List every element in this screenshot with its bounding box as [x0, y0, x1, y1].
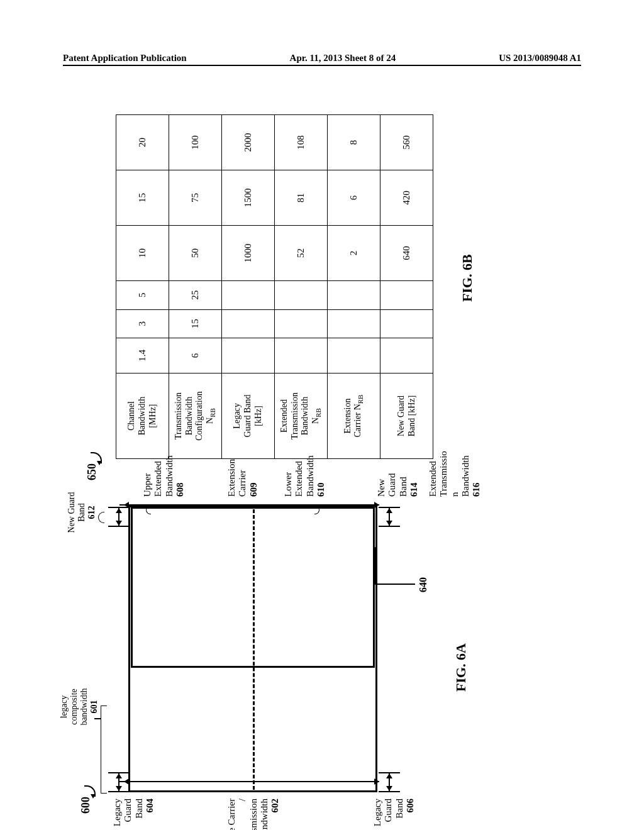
table-cell [222, 309, 275, 338]
legacy-guard-bot-lbl: Legacy Guard Band 606 [372, 799, 416, 826]
table-cell: 1000 [222, 226, 275, 281]
table-cell: 6 [328, 170, 380, 226]
table-cell: 3 [116, 309, 169, 338]
table-cell: 50 [169, 226, 222, 281]
base-carrier-lbl: Base Carrier / Transmission Bandwidth 60… [226, 799, 280, 830]
table-cell [328, 309, 380, 338]
table-cell: 1.4 [116, 338, 169, 373]
table-cell: 8 [328, 115, 380, 170]
bandwidth-table: ChannelBandwidth[MHz]1.435101520Transmis… [116, 114, 433, 459]
table-cell [328, 338, 380, 373]
rotated-content: 600 legacy composite bandwidth 601 New G… [82, 94, 560, 811]
table-cell [275, 281, 328, 309]
page-header: Patent Application Publication Apr. 11, … [63, 53, 581, 66]
table-row-header: ChannelBandwidth[MHz] [116, 374, 169, 459]
table-row-header: New GuardBand [kHz] [380, 374, 433, 459]
table-row-header: ExtensionCarrier NRB [328, 374, 380, 459]
table-row-header: ExtendedTransmissionBandwidthNRB [275, 374, 328, 459]
table-row-header: LegacyGuard Band[kHz] [222, 374, 275, 459]
lower-ext-bw-lbl: Lower Extended Bandwidth 610 [283, 455, 326, 497]
figure-6b: 650 ChannelBandwidth[MHz]1.435101520Tran… [82, 113, 516, 459]
table-cell: 420 [380, 170, 433, 226]
refnum-600: 600 [78, 785, 92, 814]
table-cell: 75 [169, 170, 222, 226]
fig-6b-caption: FIG. 6B [459, 254, 475, 302]
table-cell: 10 [116, 226, 169, 281]
table-cell: 20 [116, 115, 169, 170]
table-cell [222, 281, 275, 309]
table-cell: 6 [169, 338, 222, 373]
table-cell: 52 [275, 226, 328, 281]
table-cell: 2 [328, 226, 380, 281]
table-cell: 15 [169, 309, 222, 338]
new-guard-bot-lbl: New Guard Band 614 [376, 473, 419, 497]
hdr-right: US 2013/0089048 A1 [499, 53, 581, 64]
table-cell: 640 [380, 226, 433, 281]
table-cell: 108 [275, 115, 328, 170]
table-cell: 15 [116, 170, 169, 226]
table-cell: 100 [169, 115, 222, 170]
table-cell: 2000 [222, 115, 275, 170]
center-dashed-line [253, 509, 255, 790]
ref-640-leader: 640 [375, 584, 415, 585]
table-cell: 560 [380, 115, 433, 170]
table-cell [328, 281, 380, 309]
table-cell [275, 309, 328, 338]
table-cell [380, 309, 433, 338]
table-cell: 25 [169, 281, 222, 309]
table-cell: 81 [275, 170, 328, 226]
upper-ext-bw-lbl: Upper Extended Bandwidth 608 [142, 455, 186, 497]
figure-6a: 600 legacy composite bandwidth 601 New G… [82, 484, 491, 811]
table-cell [380, 281, 433, 309]
fig-6a-caption: FIG. 6A [453, 643, 469, 692]
table-cell: 1500 [222, 170, 275, 226]
new-guard-top-arrow [109, 507, 128, 527]
refnum-650: 650 [84, 452, 99, 480]
legacy-guard-top-lbl: Legacy Guard Band 604 [112, 799, 155, 826]
hdr-left: Patent Application Publication [63, 53, 187, 64]
table-row-header: TransmissionBandwidthConfigurationNRB [169, 374, 222, 459]
extension-carrier-lbl: Extension Carrier 609 [226, 459, 259, 497]
table-cell [380, 338, 433, 373]
new-guard-top-label: New Guard Band 612 [67, 478, 97, 547]
table-cell: 5 [116, 281, 169, 309]
table-cell [275, 338, 328, 373]
legacy-composite-bw-label: legacy composite bandwidth 601 [59, 669, 99, 744]
table-cell [222, 338, 275, 373]
hdr-center: Apr. 11, 2013 Sheet 8 of 24 [290, 53, 396, 64]
